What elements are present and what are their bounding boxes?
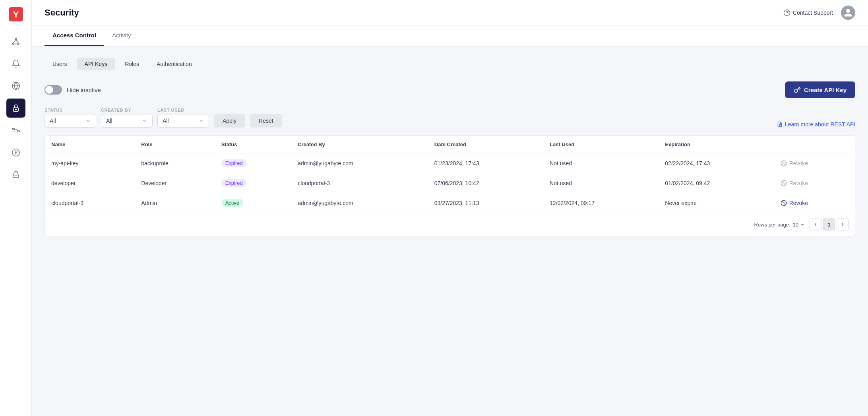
col-status: Status xyxy=(215,136,292,153)
cell-status-0: Expired xyxy=(215,153,292,173)
toggle-create-row: Hide inactive Create API Key xyxy=(45,81,855,98)
table-header-row: Name Role Status Created By Date Created… xyxy=(45,136,855,153)
sidebar-item-global[interactable] xyxy=(6,76,25,95)
contact-support-label: Contact Support xyxy=(793,10,833,16)
page-controls: 1 xyxy=(810,219,849,230)
cell-expiration-2: Never expire xyxy=(659,193,774,213)
last-used-filter-value: All xyxy=(163,118,169,124)
cell-role-2: Admin xyxy=(135,193,215,213)
last-used-filter-group: LAST USED All xyxy=(157,108,209,128)
status-filter-label: STATUS xyxy=(45,108,96,112)
status-filter-group: STATUS All xyxy=(45,108,96,128)
header: Security Contact Support xyxy=(32,0,868,25)
header-actions: Contact Support xyxy=(783,6,855,20)
sub-tab-roles[interactable]: Roles xyxy=(117,58,147,70)
cell-date-created-0: 01/23/2024, 17:43 xyxy=(428,153,543,173)
last-used-filter-label: LAST USED xyxy=(157,108,209,112)
created-by-filter-value: All xyxy=(106,118,112,124)
col-name: Name xyxy=(45,136,135,153)
hide-inactive-toggle[interactable] xyxy=(45,85,62,95)
avatar-icon xyxy=(843,8,853,17)
rows-per-page-dropdown[interactable]: 10 xyxy=(793,222,805,228)
col-date-created: Date Created xyxy=(428,136,543,153)
rows-per-page-value: 10 xyxy=(793,222,798,228)
inner-content-area: Users API Keys Roles Authentication Hide… xyxy=(32,46,868,248)
sub-tab-api-keys[interactable]: API Keys xyxy=(77,58,116,70)
cell-expiration-1: 01/02/2024, 09:42 xyxy=(659,173,774,193)
toggle-thumb xyxy=(45,86,53,94)
svg-line-22 xyxy=(782,181,785,185)
cell-created-by-0: admin@yugabyte.com xyxy=(291,153,428,173)
col-expiration: Expiration xyxy=(659,136,774,153)
rest-api-link-label: Learn more about REST API xyxy=(785,121,855,128)
status-badge-2: Active xyxy=(221,199,243,207)
user-avatar[interactable] xyxy=(841,6,855,20)
status-badge-0: Expired xyxy=(221,159,247,167)
svg-point-11 xyxy=(15,109,16,110)
sidebar-item-notifications[interactable] xyxy=(6,54,25,73)
cell-revoke-2: Revoke xyxy=(774,193,855,213)
col-created-by: Created By xyxy=(291,136,428,153)
cell-created-by-1: cloudportal-3 xyxy=(291,173,428,193)
revoke-icon-0 xyxy=(781,160,787,166)
cell-name-2: cloudportal-3 xyxy=(45,193,135,213)
cell-role-1: Developer xyxy=(135,173,215,193)
sidebar-item-routes[interactable] xyxy=(6,121,25,140)
cell-revoke-0: Revoke xyxy=(774,153,855,173)
sidebar-item-billing[interactable] xyxy=(6,143,25,162)
sub-tab-authentication[interactable]: Authentication xyxy=(149,58,200,70)
page-content: Access Control Activity Users API Keys R… xyxy=(32,25,868,416)
created-by-filter-select[interactable]: All xyxy=(101,114,153,128)
cell-name-1: developer xyxy=(45,173,135,193)
filters-row: STATUS All CREATED BY All LAST USED xyxy=(45,108,855,128)
prev-page-icon xyxy=(813,222,818,227)
sub-tab-users[interactable]: Users xyxy=(45,58,75,70)
rows-per-page-label: Rows per page: xyxy=(754,222,790,228)
api-keys-table-container: Name Role Status Created By Date Created… xyxy=(45,135,855,236)
sidebar: Y xyxy=(0,0,32,416)
table-row: my-api-key backuprole Expired admin@yuga… xyxy=(45,153,855,173)
tab-activity[interactable]: Activity xyxy=(104,25,139,46)
next-page-button[interactable] xyxy=(837,219,849,230)
sidebar-item-network[interactable] xyxy=(6,32,25,51)
contact-support-link[interactable]: Contact Support xyxy=(783,9,833,16)
reset-button[interactable]: Reset xyxy=(250,114,282,128)
svg-line-5 xyxy=(13,39,15,43)
outer-tabs-list: Access Control Activity xyxy=(45,25,855,46)
revoke-button-0[interactable]: Revoke xyxy=(781,160,808,166)
revoke-button-1[interactable]: Revoke xyxy=(781,180,808,186)
col-role: Role xyxy=(135,136,215,153)
svg-line-6 xyxy=(16,39,18,43)
rows-per-page-group: Rows per page: 10 xyxy=(754,222,805,228)
cell-status-1: Expired xyxy=(215,173,292,193)
cell-last-used-0: Not used xyxy=(543,153,659,173)
create-api-key-label: Create API Key xyxy=(804,87,847,93)
sidebar-item-security[interactable] xyxy=(6,99,25,118)
col-last-used: Last Used xyxy=(543,136,659,153)
page-title: Security xyxy=(45,8,79,18)
status-filter-value: All xyxy=(50,118,56,124)
status-filter-select[interactable]: All xyxy=(45,114,96,128)
created-by-filter-group: CREATED BY All xyxy=(101,108,153,128)
prev-page-button[interactable] xyxy=(810,219,822,230)
rows-chevron-icon xyxy=(800,222,805,227)
revoke-icon-1 xyxy=(781,180,787,186)
tab-access-control[interactable]: Access Control xyxy=(45,25,104,46)
svg-rect-12 xyxy=(12,128,14,130)
create-api-key-button[interactable]: Create API Key xyxy=(785,81,855,98)
api-keys-table: Name Role Status Created By Date Created… xyxy=(45,136,855,213)
sidebar-item-lab[interactable] xyxy=(6,165,25,184)
svg-rect-13 xyxy=(17,131,19,132)
cell-status-2: Active xyxy=(215,193,292,213)
page-1-button[interactable]: 1 xyxy=(823,219,835,230)
logo: Y xyxy=(8,6,24,22)
outer-tabs-bar: Access Control Activity xyxy=(32,25,868,46)
apply-button[interactable]: Apply xyxy=(214,114,245,128)
table-footer: Rows per page: 10 1 xyxy=(45,213,855,236)
help-circle-icon xyxy=(783,9,790,16)
next-page-icon xyxy=(840,222,845,227)
revoke-button-2[interactable]: Revoke xyxy=(781,200,808,206)
last-used-filter-select[interactable]: All xyxy=(157,114,209,128)
cell-date-created-2: 03/27/2023, 11:13 xyxy=(428,193,543,213)
rest-api-link[interactable]: Learn more about REST API xyxy=(777,121,855,128)
